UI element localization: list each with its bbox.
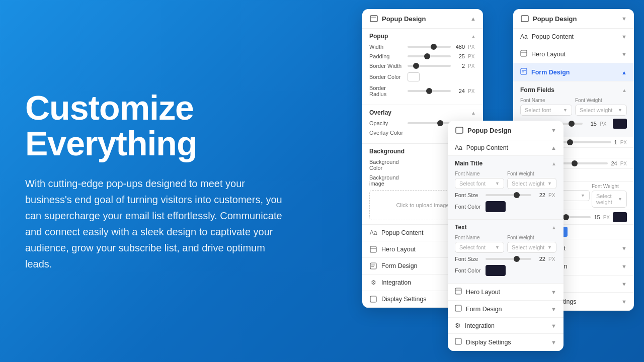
svg-rect-0 [370,16,377,22]
border-radius-value: 24 [454,88,465,94]
border-width-row: Border Width 2 PX [369,63,476,69]
mt-font-color-swatch[interactable] [486,201,506,212]
hero-layout-icon [369,245,377,253]
svg-rect-4 [370,263,376,269]
panel1-title-group: Popup Design [369,14,426,23]
text-font-color-swatch[interactable] [486,265,506,276]
panel3-display-settings-label: Display Settings [466,339,511,346]
form-font-name-select[interactable]: Select font ▼ [520,105,572,116]
width-slider[interactable] [408,46,451,48]
nav-popup-content-label: Popup Content [381,229,423,236]
text-font-weight-col: Font Weight Select weight ▼ [507,235,556,253]
panel1-header: Popup Design ▲ [362,9,483,29]
form-color-dark[interactable] [613,119,627,129]
panel1-title: Popup Design [382,15,426,23]
text-font-name-select[interactable]: Select font ▼ [455,242,504,253]
p2-form-design[interactable]: Form Design ▲ [513,63,634,81]
panel3-form-design[interactable]: Form Design ▼ [448,301,564,318]
overlay-section-header[interactable]: Overlay ▲ [369,109,476,116]
mt-font-color-label: Font Color [455,204,482,210]
p2-color-dark[interactable] [613,212,627,222]
text-section-header: Text ▲ [455,224,556,231]
mt-font-name-col: Font Name Select font ▼ [455,171,504,189]
panel3-hero-layout-icon [455,288,462,296]
p2-hero-layout-label: Hero Layout [531,51,566,58]
panel3-popup-content-row[interactable]: Aa Popup Content ▲ [448,140,564,156]
panel3-display-settings[interactable]: Display Settings ▼ [448,334,564,351]
panel3-popup-content-icon: Aa [455,144,462,151]
panel3-hero-layout[interactable]: Hero Layout ▼ [448,284,564,301]
text-section: Text ▲ Font Name Select font ▼ Font Weig… [448,220,564,284]
mt-font-weight-label: Font Weight [507,171,556,176]
p2-weight-group: Font Weight Select weight ▼ [592,184,627,208]
panel3-icon [455,126,464,135]
padding-value: 25 [454,53,465,59]
mt-font-weight-select[interactable]: Select weight ▼ [507,178,556,189]
padding-slider[interactable] [408,55,451,57]
mt-font-size-slider[interactable] [486,194,531,196]
text-section-arrow[interactable]: ▲ [551,225,556,230]
form-font-weight-select[interactable]: Select weight ▼ [575,105,627,116]
p2-popup-content-icon: Aa [520,33,528,40]
svg-rect-9 [521,50,527,56]
opacity-label: Opacity [369,120,405,126]
bg-image-label: Background image [369,174,405,187]
heading-line2: Everything [25,124,197,162]
p2-hero-layout-icon [520,50,527,58]
panel3-integration-label: Integration [465,322,495,329]
svg-rect-7 [370,296,376,302]
form-font-name-label: Font Name [520,98,572,103]
text-font-weight-placeholder: Select weight [512,244,544,250]
panel2-title-group: Popup Design [520,14,577,23]
text-font-name-col: Font Name Select font ▼ [455,235,504,253]
panel3-chevron[interactable]: ▼ [551,127,556,133]
form-font-size-value: 15 [586,121,597,127]
main-heading: Customize Everything [25,90,292,162]
mt-font-size-label: Font Size [455,192,482,198]
text-font-name-placeholder: Select font [459,244,486,250]
border-radius-label: Border Radius [369,85,405,97]
p2-weight-select[interactable]: Select weight ▼ [592,191,627,208]
main-title-arrow[interactable]: ▲ [551,161,556,166]
text-section-label: Text [455,224,467,231]
panel3-integration[interactable]: ⚙ Integration ▼ [448,318,564,334]
popup-design-icon [369,14,378,23]
mt-font-name-select[interactable]: Select font ▼ [455,178,504,189]
sub-text: With cutting-edge pop-ups designed to me… [25,175,292,272]
border-radius-row: Border Radius 24 PX [369,85,476,97]
text-font-weight-select[interactable]: Select weight ▼ [507,242,556,253]
popup-section-header[interactable]: Popup ▲ [369,33,476,40]
border-radius-slider[interactable] [408,90,451,92]
panel3-integration-icon: ⚙ [455,322,461,329]
font-weight-col: Font Weight Select weight ▼ [575,98,627,116]
panel3-title: Popup Design [467,127,511,134]
border-width-slider[interactable] [408,65,451,67]
main-title-header: Main Title ▲ [455,160,556,167]
panel1-chevron-up[interactable]: ▲ [470,16,476,22]
nav-form-design-label: Form Design [381,262,418,269]
background-label: Background [369,148,405,155]
p2-popup-content[interactable]: Aa Popup Content ▼ [513,29,634,45]
width-value: 480 [454,44,465,50]
border-color-swatch[interactable] [408,72,420,81]
mt-font-weight-col: Font Weight Select weight ▼ [507,171,556,189]
panel3-header: Popup Design ▼ [448,121,564,140]
popup-arrow[interactable]: ▲ [471,34,476,39]
svg-rect-11 [521,68,527,74]
text-font-color-row: Font Color [455,265,556,276]
form-font-weight-label: Font Weight [575,98,627,103]
text-font-size-slider[interactable] [486,258,531,260]
p2-hero-layout[interactable]: Hero Layout ▼ [513,45,634,63]
panel2-chevron[interactable]: ▼ [621,16,627,22]
form-fields-arrow[interactable]: ▲ [622,87,627,93]
form-font-name-placeholder: Select font [525,107,551,113]
mt-font-size-value: 22 [534,192,545,198]
panel-popup-content-front: Popup Design ▼ Aa Popup Content ▲ Main T… [448,121,564,351]
panel3-form-design-icon [455,305,462,313]
svg-rect-21 [455,305,461,311]
main-title-label: Main Title [455,160,482,167]
overlay-arrow[interactable]: ▲ [471,110,476,116]
panel3-title-group: Popup Design [455,126,511,135]
form-font-weight-placeholder: Select weight [580,107,612,113]
bg-color-label: Background Color [369,159,405,171]
